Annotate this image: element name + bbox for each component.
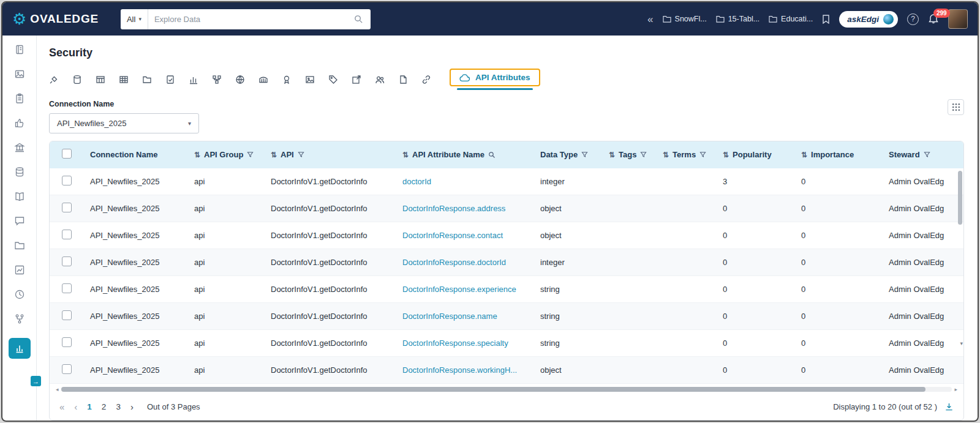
branch-icon[interactable] (14, 313, 25, 324)
download-icon[interactable] (944, 402, 954, 411)
attribute-link[interactable]: DoctorInfoResponse.name (402, 312, 497, 321)
image-icon[interactable] (14, 69, 25, 80)
col-importance[interactable]: Importance (811, 150, 854, 159)
collapse-chevrons-icon[interactable]: « (647, 14, 653, 24)
certificate-icon[interactable] (282, 75, 292, 84)
ovaledge-logo[interactable]: ⚙ OVALEDGE (12, 11, 99, 27)
horizontal-scroll-thumb[interactable] (61, 387, 925, 392)
sort-icon[interactable]: ⇅ (663, 151, 669, 159)
filter-funnel-icon[interactable] (924, 151, 930, 158)
globe-icon[interactable] (235, 75, 245, 84)
next-page-button[interactable]: › (130, 402, 134, 411)
columns-icon[interactable] (119, 75, 129, 84)
col-tags[interactable]: Tags (619, 150, 636, 159)
schema-icon[interactable] (212, 75, 222, 84)
row-checkbox[interactable] (62, 256, 72, 266)
sort-icon[interactable]: ⇅ (271, 151, 277, 159)
sidebar-expand-arrow[interactable]: → (31, 376, 41, 386)
col-api[interactable]: API (281, 150, 294, 159)
column-settings-button[interactable] (948, 99, 964, 115)
link-icon[interactable] (421, 75, 431, 84)
col-api-group[interactable]: API Group (204, 150, 243, 159)
chat-icon[interactable] (14, 215, 25, 226)
book-icon[interactable] (14, 191, 25, 202)
page-button-2[interactable]: 2 (102, 402, 107, 411)
row-checkbox[interactable] (62, 310, 72, 320)
bank-icon[interactable] (14, 142, 25, 153)
table-icon[interactable] (96, 75, 105, 84)
scroll-right-arrow[interactable]: ▸ (954, 386, 957, 392)
filter-funnel-icon[interactable] (298, 151, 304, 158)
prev-page-button[interactable]: ‹ (74, 402, 77, 411)
sort-icon[interactable]: ⇅ (194, 151, 200, 159)
image-icon[interactable] (305, 75, 315, 84)
vertical-scrollbar[interactable] (958, 171, 962, 225)
sort-icon[interactable]: ⇅ (801, 151, 807, 159)
connection-name-dropdown[interactable]: API_Newfiles_2025 ▾ (49, 113, 199, 133)
row-checkbox[interactable] (62, 364, 72, 374)
attribute-link[interactable]: DoctorInfoResponse.contact (402, 231, 503, 240)
select-all-checkbox[interactable] (62, 149, 72, 159)
notifications-bell[interactable]: 299 (928, 13, 939, 24)
help-icon[interactable]: ? (907, 13, 919, 25)
attribute-link[interactable]: DoctorInfoResponse.doctorId (402, 258, 506, 267)
scroll-left-arrow[interactable]: ◂ (56, 386, 59, 392)
export-icon[interactable] (352, 75, 361, 84)
filter-funnel-icon[interactable] (699, 151, 706, 158)
attribute-link[interactable]: DoctorInfoResponse.address (402, 204, 505, 213)
folder-icon[interactable] (14, 240, 25, 251)
page-button-3[interactable]: 3 (116, 402, 121, 411)
col-api-attribute-name[interactable]: API Attribute Name (412, 150, 484, 159)
main-content: Security (37, 36, 978, 421)
tag-icon[interactable] (328, 75, 338, 84)
bookmark-icon[interactable] (822, 15, 830, 24)
attribute-link[interactable]: doctorId (402, 177, 431, 186)
row-checkbox[interactable] (62, 283, 72, 293)
search-input[interactable] (148, 15, 354, 24)
pinned-item-tables[interactable]: 15-Tabl... (716, 15, 760, 23)
report-chart-icon[interactable] (189, 75, 198, 84)
column-search-icon[interactable] (488, 151, 496, 159)
pinned-item-education[interactable]: Educati... (769, 15, 813, 23)
attribute-link[interactable]: DoctorInfoResponse.specialty (402, 339, 508, 348)
clipboard-icon[interactable] (14, 93, 25, 104)
col-popularity[interactable]: Popularity (733, 150, 772, 159)
attribute-link[interactable]: DoctorInfoResponse.workingH... (402, 365, 517, 375)
notebook-icon[interactable] (14, 44, 25, 55)
data-catalog-icon[interactable] (258, 75, 268, 84)
row-checkbox[interactable] (62, 176, 72, 185)
clock-icon[interactable] (14, 289, 25, 300)
scroll-down-arrow[interactable]: ▾ (960, 340, 963, 346)
thumbs-up-icon[interactable] (14, 118, 25, 129)
connector-icon[interactable] (49, 75, 59, 84)
line-chart-icon[interactable] (14, 264, 25, 275)
file-icon[interactable] (398, 75, 408, 84)
col-terms[interactable]: Terms (673, 150, 696, 159)
first-page-button[interactable]: « (59, 402, 64, 411)
user-avatar[interactable] (948, 9, 968, 29)
col-connection-name[interactable]: Connection Name (90, 150, 158, 159)
dashboard-icon[interactable] (9, 338, 31, 359)
users-icon[interactable] (375, 75, 385, 84)
query-sheet-icon[interactable] (165, 75, 175, 84)
pinned-item-snowflake[interactable]: SnowFl... (663, 15, 707, 23)
attribute-link[interactable]: DoctorInfoResponse.experience (402, 285, 516, 294)
sort-icon[interactable]: ⇅ (723, 151, 729, 159)
search-scope-dropdown[interactable]: All ▾ (121, 9, 148, 29)
database-icon[interactable] (72, 75, 82, 84)
sort-icon[interactable]: ⇅ (402, 151, 409, 159)
page-button-1[interactable]: 1 (87, 402, 92, 411)
askedgi-button[interactable]: askEdgi (839, 11, 898, 28)
filter-funnel-icon[interactable] (581, 151, 588, 158)
sort-icon[interactable]: ⇅ (609, 151, 615, 159)
folder-icon[interactable] (142, 75, 152, 84)
api-attributes-tab-button[interactable]: API Attributes (450, 69, 540, 86)
row-checkbox[interactable] (62, 230, 72, 239)
col-steward[interactable]: Steward (889, 150, 920, 159)
database-sync-icon[interactable] (14, 167, 25, 178)
filter-funnel-icon[interactable] (640, 151, 647, 158)
col-data-type[interactable]: Data Type (540, 150, 578, 159)
filter-funnel-icon[interactable] (247, 151, 254, 158)
row-checkbox[interactable] (62, 337, 72, 347)
row-checkbox[interactable] (62, 203, 72, 212)
